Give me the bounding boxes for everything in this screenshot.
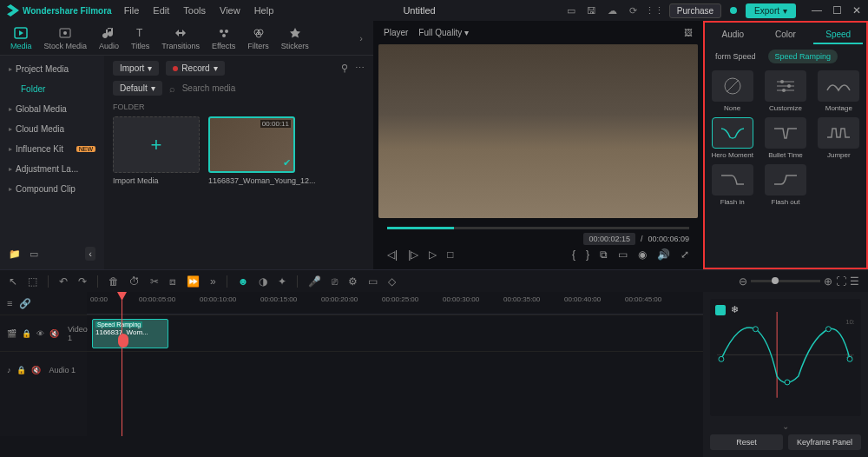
speed-icon[interactable]: ⏩ [187,275,200,288]
video-clip[interactable]: Speed Ramping 1166837_Wom... [92,319,168,348]
undo-icon[interactable]: ↶ [59,275,68,288]
keyframe-icon[interactable]: ◇ [388,275,396,288]
minimize-button[interactable]: — [812,4,822,17]
lock-icon[interactable]: 🔒 [16,366,26,374]
eye-icon[interactable]: 👁 [36,329,44,338]
tab-audio[interactable]: Audio [99,26,119,50]
list-icon[interactable]: ☰ [850,275,859,288]
sync-icon[interactable]: ⟳ [628,4,640,17]
snapshot-icon[interactable]: 🖼 [684,28,693,37]
bin-icon[interactable]: ▭ [28,248,40,260]
mute-icon[interactable]: 🔇 [49,329,59,338]
maximize-button[interactable]: ☐ [832,4,842,17]
prev-frame-icon[interactable]: ◁| [387,248,398,261]
zoom-slider[interactable] [751,280,820,282]
purchase-button[interactable]: Purchase [669,3,721,18]
adjust-icon[interactable]: ⚙ [348,275,358,288]
import-dropdown[interactable]: Import ▾ [113,61,159,76]
select-icon[interactable]: ⬚ [28,275,37,288]
sidebar-item-compound[interactable]: ▸Compound Clip [0,179,104,199]
color-icon[interactable]: ◑ [259,275,267,288]
delete-icon[interactable]: 🗑 [108,275,119,288]
tabs-more-icon[interactable]: › [359,33,363,43]
pointer-icon[interactable]: ↖ [9,275,17,288]
import-media-tile[interactable]: + Import Media [113,116,200,185]
stop-icon[interactable]: □ [447,248,453,261]
add-track-icon[interactable]: ≡ [7,298,12,308]
preset-customize[interactable]: Customize [761,70,809,112]
timer-icon[interactable]: ⏱ [129,275,140,288]
redo-icon[interactable]: ↷ [78,275,87,288]
menu-edit[interactable]: Edit [153,5,169,16]
play-back-icon[interactable]: |▷ [408,248,418,261]
video-track-head[interactable]: 🎬 🔒 👁 🔇 Video 1 [0,315,87,351]
quality-dropdown[interactable]: Full Quality ▾ [418,28,469,37]
tab-stickers[interactable]: Stickers [281,26,309,50]
menu-view[interactable]: View [220,5,240,16]
apps-icon[interactable]: ⋮⋮ [648,4,661,17]
mute-icon[interactable]: 🔇 [31,366,41,374]
marker-icon[interactable]: ▭ [368,275,378,288]
mark-out-icon[interactable]: } [586,248,589,261]
preset-none[interactable]: None [708,70,756,112]
zoom-in-icon[interactable]: ⊕ [824,275,832,288]
menu-file[interactable]: File [124,5,140,16]
record-dropdown[interactable]: Record ▾ [166,61,224,76]
media-thumb[interactable]: 00:00:11 ✔ 1166837_Woman_Young_12... [208,116,295,185]
collapse-sidebar-icon[interactable]: ‹ [85,247,95,261]
sidebar-item-adjustment[interactable]: ▸Adjustment La... [0,159,104,179]
zoom-out-icon[interactable]: ⊖ [739,275,747,288]
tab-filters[interactable]: Filters [247,26,269,50]
subtab-speed-ramping[interactable]: Speed Ramping [768,50,838,63]
speed-curve[interactable]: 10x 1x [717,312,854,398]
player-progress[interactable] [387,227,689,229]
rtab-audio[interactable]: Audio [708,26,758,44]
speed-curve-graph[interactable]: ❄ 10x 1x [710,299,861,416]
filter-icon[interactable]: ⚲ [341,63,348,74]
more-tools-icon[interactable]: » [210,275,216,288]
more-icon[interactable]: ⋯ [355,63,365,74]
sort-dropdown[interactable]: Default ▾ [113,81,162,96]
expand-icon[interactable]: ⌄ [710,421,861,431]
keyframe-panel-button[interactable]: Keyframe Panel [788,434,861,450]
preset-flash-out[interactable]: Flash out [761,164,809,206]
subtab-uniform-speed[interactable]: form Speed [708,50,763,63]
tab-titles[interactable]: TTitles [131,26,149,50]
preset-flash-in[interactable]: Flash in [708,164,756,206]
close-button[interactable]: ✕ [852,4,861,17]
sidebar-item-folder[interactable]: Folder [0,79,104,99]
search-input[interactable] [182,83,365,93]
volume-icon[interactable]: 🔊 [657,248,670,261]
lock-icon[interactable]: 🔒 [22,329,31,338]
effects-icon[interactable]: ✦ [278,275,286,288]
tab-transitions[interactable]: Transitions [161,26,200,50]
sidebar-item-global-media[interactable]: ▸Global Media [0,99,104,119]
sidebar-item-project-media[interactable]: ▸Project Media [0,59,104,79]
split-icon[interactable]: ✂ [150,275,159,288]
ratio-icon[interactable]: ⧉ [600,248,608,261]
rtab-color[interactable]: Color [761,26,811,44]
fullscreen-icon[interactable]: ⤢ [681,248,689,261]
speed-marker[interactable] [118,334,128,348]
audio-track-head[interactable]: ♪ 🔒 🔇 Audio 1 [0,351,87,387]
cloud-icon[interactable]: ☁ [607,4,619,17]
playhead[interactable] [122,292,122,436]
sidebar-item-cloud-media[interactable]: ▸Cloud Media [0,119,104,139]
new-folder-icon[interactable]: 📁 [9,248,21,260]
mic-icon[interactable]: 🎤 [308,275,321,288]
crop-icon[interactable]: ⧈ [169,275,176,288]
menu-help[interactable]: Help [254,5,274,16]
mixer-icon[interactable]: ⎚ [332,275,338,288]
preset-jumper[interactable]: Jumper [815,117,863,159]
preset-bullet-time[interactable]: Bullet Time [761,117,809,159]
layout-icon[interactable]: ▭ [565,4,577,17]
quality-icon[interactable]: ◉ [638,248,647,261]
sidebar-item-influence-kit[interactable]: ▸Influence KitNEW [0,139,104,159]
menu-tools[interactable]: Tools [183,5,206,16]
play-icon[interactable]: ▷ [429,248,437,261]
preset-hero-moment[interactable]: Hero Moment [708,117,756,159]
ai-icon[interactable]: ☻ [238,275,249,288]
reset-button[interactable]: Reset [710,434,783,450]
tab-media[interactable]: Media [10,26,32,50]
preset-montage[interactable]: Montage [815,70,863,112]
